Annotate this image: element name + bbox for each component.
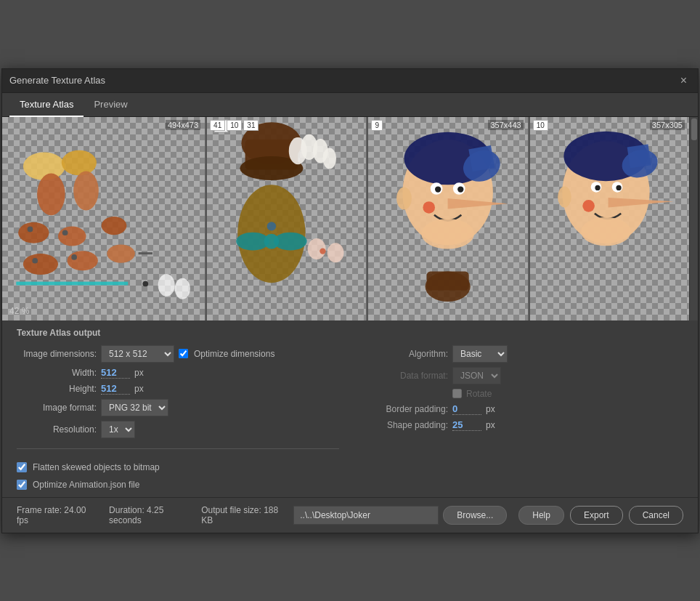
svg-point-8 bbox=[68, 251, 98, 270]
panel-4-dim-label: 357x305 bbox=[650, 120, 685, 130]
border-padding-unit: px bbox=[486, 404, 495, 414]
rotate-row: Rotate bbox=[361, 389, 683, 399]
svg-point-44 bbox=[458, 186, 464, 192]
tabs-bar: Texture Atlas Preview bbox=[2, 93, 698, 117]
height-input[interactable] bbox=[101, 383, 130, 395]
atlas-panel-2[interactable]: 8 41 10 31 bbox=[207, 117, 367, 320]
titlebar: Generate Texture Atlas × bbox=[2, 69, 698, 93]
optimize-dims-container: Optimize dimensions bbox=[179, 349, 274, 359]
flatten-row: Flatten skewed objects to bitmap bbox=[17, 462, 339, 472]
svg-point-4 bbox=[18, 222, 49, 243]
width-row: Width: px bbox=[17, 367, 339, 379]
atlas-canvas: 494x473 bbox=[2, 117, 689, 320]
image-dimensions-select[interactable]: 512 x 512 256 x 256 1024 x 1024 2048 x 2… bbox=[101, 345, 174, 363]
close-button[interactable]: × bbox=[677, 73, 691, 88]
border-padding-input[interactable] bbox=[452, 403, 481, 415]
tab-preview[interactable]: Preview bbox=[84, 93, 137, 117]
algorithm-row: Algorithm: Basic Optimal bbox=[361, 345, 683, 363]
optimize-dims-checkbox[interactable] bbox=[179, 349, 188, 358]
panel-1-dim-label: 494x473 bbox=[166, 120, 200, 130]
scrollbar-thumb[interactable] bbox=[691, 118, 697, 140]
svg-point-11 bbox=[62, 230, 68, 235]
svg-rect-54 bbox=[627, 144, 651, 168]
svg-point-31 bbox=[267, 222, 276, 230]
help-button[interactable]: Help bbox=[518, 506, 564, 525]
svg-point-5 bbox=[58, 226, 86, 246]
algorithm-label: Algorithm: bbox=[361, 349, 448, 359]
svg-point-7 bbox=[23, 254, 58, 275]
data-format-select[interactable]: JSON XML bbox=[452, 367, 501, 384]
svg-point-6 bbox=[102, 217, 127, 235]
atlas-panel-1[interactable]: 494x473 bbox=[2, 117, 205, 320]
output-size-label: Output file size: 188 KB bbox=[201, 505, 282, 525]
data-format-label: Data format: bbox=[361, 371, 448, 381]
svg-point-47 bbox=[422, 219, 475, 249]
svg-point-1 bbox=[62, 150, 97, 175]
svg-point-43 bbox=[435, 186, 441, 192]
settings-panel: Texture Atlas output Image dimensions: 5… bbox=[2, 320, 698, 497]
resolution-label: Resolution: bbox=[17, 424, 97, 435]
svg-point-58 bbox=[616, 185, 621, 190]
algorithm-select[interactable]: Basic Optimal bbox=[452, 345, 508, 363]
svg-rect-14 bbox=[16, 281, 128, 285]
zoom-label: 42 % bbox=[9, 306, 29, 316]
svg-point-57 bbox=[595, 185, 600, 190]
export-button[interactable]: Export bbox=[570, 506, 623, 525]
svg-point-15 bbox=[142, 281, 148, 286]
panel-3-dim-label: 357x443 bbox=[488, 120, 523, 130]
duration-label: Duration: 4.25 seconds bbox=[109, 505, 190, 525]
dialog-title: Generate Texture Atlas bbox=[9, 75, 105, 86]
shape-padding-unit: px bbox=[486, 420, 495, 430]
width-input[interactable] bbox=[101, 367, 130, 379]
framerate-label: Frame rate: 24.00 fps bbox=[17, 505, 97, 525]
optimize-animation-checkbox[interactable] bbox=[17, 480, 27, 490]
shape-padding-input[interactable] bbox=[452, 419, 481, 431]
tab-texture-atlas[interactable]: Texture Atlas bbox=[9, 93, 84, 117]
preview-area: 494x473 bbox=[2, 117, 698, 320]
shape-padding-row: Shape padding: px bbox=[361, 419, 683, 431]
svg-point-34 bbox=[320, 248, 325, 254]
optimize-animation-label: Optimize Animation.json file bbox=[33, 480, 139, 490]
panel-3-index: 9 bbox=[371, 120, 383, 131]
data-format-row: Data format: JSON XML bbox=[361, 367, 683, 384]
rotate-checkbox[interactable] bbox=[452, 389, 462, 398]
image-dimensions-label: Image dimensions: bbox=[17, 349, 97, 359]
resolution-select[interactable]: 1x 2x 3x bbox=[101, 421, 135, 438]
border-padding-label: Border padding: bbox=[361, 404, 448, 414]
height-unit: px bbox=[134, 384, 144, 394]
flatten-label: Flatten skewed objects to bitmap bbox=[33, 462, 160, 472]
panel-2-multi-index: 41 10 31 bbox=[210, 120, 259, 131]
svg-point-46 bbox=[423, 201, 436, 214]
footer-buttons: Help Export Cancel bbox=[518, 506, 683, 525]
shape-padding-label: Shape padding: bbox=[361, 420, 448, 430]
width-unit: px bbox=[134, 368, 144, 378]
cancel-button[interactable]: Cancel bbox=[629, 506, 683, 525]
settings-title: Texture Atlas output bbox=[17, 328, 683, 338]
image-format-select[interactable]: PNG 32 bit PNG 8 bit JPEG bbox=[101, 399, 168, 416]
panel-4-index: 10 bbox=[533, 120, 548, 131]
svg-point-10 bbox=[28, 226, 33, 232]
image-dimensions-row: Image dimensions: 512 x 512 256 x 256 10… bbox=[17, 345, 339, 363]
svg-point-60 bbox=[582, 200, 595, 212]
browse-button[interactable]: Browse... bbox=[443, 506, 507, 525]
flatten-checkbox[interactable] bbox=[17, 462, 27, 472]
svg-point-0 bbox=[23, 152, 65, 180]
svg-rect-19 bbox=[139, 252, 152, 254]
height-label: Height: bbox=[17, 384, 97, 394]
svg-point-30 bbox=[264, 233, 280, 249]
svg-point-48 bbox=[397, 187, 412, 209]
optimize-animation-row: Optimize Animation.json file bbox=[17, 480, 339, 490]
svg-point-9 bbox=[107, 244, 134, 262]
svg-point-16 bbox=[158, 274, 175, 297]
right-settings: Algorithm: Basic Optimal Data format: JS… bbox=[361, 345, 683, 490]
svg-point-26 bbox=[323, 148, 337, 169]
svg-point-17 bbox=[175, 278, 190, 299]
dialog: Generate Texture Atlas × Texture Atlas P… bbox=[1, 68, 699, 533]
output-path-input[interactable] bbox=[293, 506, 439, 525]
border-padding-row: Border padding: px bbox=[361, 403, 683, 415]
atlas-panel-3[interactable]: 357x443 9 bbox=[368, 117, 528, 320]
svg-point-13 bbox=[71, 254, 77, 260]
atlas-panel-4[interactable]: 357x305 10 bbox=[530, 117, 689, 320]
preview-scrollbar[interactable] bbox=[689, 117, 698, 320]
width-label: Width: bbox=[17, 368, 97, 378]
